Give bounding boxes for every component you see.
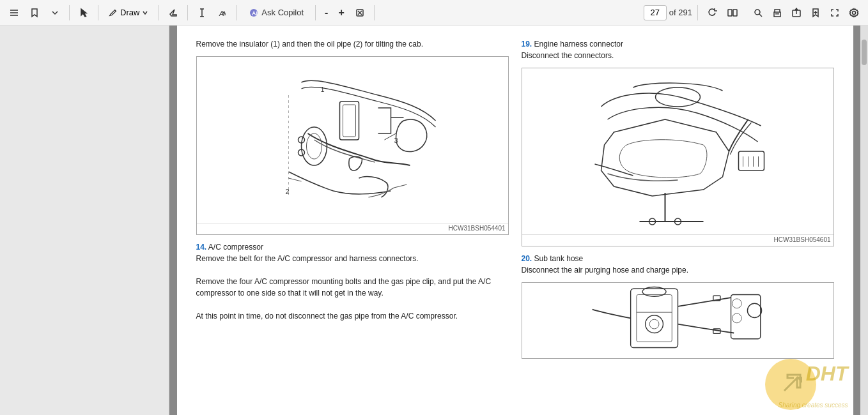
text-highlight-button[interactable]: [193, 3, 211, 22]
rotate-button[interactable]: [703, 3, 721, 22]
instruction-20-number: 20.: [522, 254, 532, 263]
settings-button[interactable]: [845, 3, 863, 22]
share-button[interactable]: [787, 3, 805, 22]
ask-copilot-label: Ask Copilot: [261, 8, 304, 17]
instruction-20-section: 20. Sub tank hose Disconnect the air pur…: [522, 253, 834, 276]
share-icon: [791, 8, 802, 18]
gear-icon: [849, 8, 859, 18]
cursor-icon: [79, 8, 89, 18]
search-button[interactable]: [749, 3, 767, 22]
instruction-19-title: Engine harness connector: [534, 40, 623, 49]
instruction-18-text: Remove the insulator (1) and then the oi…: [196, 38, 509, 50]
separator-6: [315, 5, 316, 20]
image-box-1: 1 3 2 HCW31B: [196, 56, 509, 235]
bookmark-add-icon: [810, 8, 821, 18]
separator-1: [69, 5, 70, 20]
separator-4: [187, 5, 188, 20]
image-sketch-1: 1 3 2: [197, 57, 508, 223]
print-icon: [772, 8, 782, 18]
font-icon: A ǎ: [217, 8, 228, 18]
eraser-icon: [168, 8, 178, 18]
expand-button[interactable]: [826, 3, 844, 22]
search-icon: [753, 8, 763, 18]
multipage-icon: [727, 8, 738, 18]
bookmark-icon: [29, 8, 40, 18]
image-1-caption: HCW31BSH054401: [197, 223, 508, 233]
svg-text:ǎ: ǎ: [222, 10, 226, 17]
watermark-brand: DHT: [806, 362, 848, 386]
zoom-out-button[interactable]: -: [321, 3, 332, 22]
menu-icon: [9, 8, 19, 18]
svg-line-17: [759, 14, 762, 17]
left-sidebar: [0, 26, 169, 415]
instruction-19-text: Disconnect the connectors.: [522, 51, 614, 60]
instruction-14-number: 14.: [196, 243, 207, 252]
instruction-19-section: 19. Engine harness connector Disconnect …: [522, 38, 834, 61]
content-columns: Remove the insulator (1) and then the oi…: [196, 38, 834, 365]
zoom-minus-icon: -: [325, 7, 328, 19]
copilot-icon: AI: [249, 8, 259, 18]
separator-2: [98, 5, 98, 20]
toolbar: Draw A ǎ AI Ask Copilot - +: [0, 0, 868, 26]
page-navigation: 27 of 291: [644, 5, 692, 20]
svg-marker-62: [796, 377, 802, 383]
watermark-arrow-icon: [778, 372, 803, 397]
bookmark-add-button[interactable]: [807, 3, 825, 22]
ask-copilot-button[interactable]: AI Ask Copilot: [242, 3, 310, 22]
instruction-14-section: 14. A/C compressor Remove the belt for t…: [196, 241, 509, 322]
separator-3: [159, 5, 159, 20]
svg-text:1: 1: [320, 86, 324, 93]
text-cursor-icon: [197, 8, 207, 18]
expand-icon: [830, 8, 840, 18]
svg-rect-19: [775, 13, 779, 15]
pen-icon: [109, 8, 118, 17]
svg-text:AI: AI: [252, 10, 258, 17]
fit-page-button[interactable]: [351, 3, 369, 22]
image-2-caption: HCW31BSH054601: [522, 234, 833, 245]
zoom-in-button[interactable]: +: [334, 3, 348, 22]
image-sketch-2: [522, 68, 833, 234]
watermark-tagline: Sharing creates success: [779, 402, 848, 409]
eraser-button[interactable]: [164, 3, 182, 22]
image-sketch-3: [522, 283, 833, 359]
draw-cursor-button[interactable]: [75, 3, 93, 22]
instruction-14-text1: Remove the belt for the A/C compressor a…: [196, 254, 419, 263]
watermark-area: DHT Sharing creates success: [746, 359, 848, 410]
multipage-button[interactable]: [724, 3, 741, 22]
scrollbar-thumb[interactable]: [862, 40, 867, 65]
image-box-2: HCW31BSH054601: [522, 68, 834, 246]
draw-button[interactable]: Draw: [104, 3, 153, 22]
main-layout: Remove the insulator (1) and then the oi…: [0, 26, 868, 415]
instruction-20-text: Disconnect the air purging hose and char…: [522, 266, 689, 275]
menu-button[interactable]: [5, 3, 23, 22]
fit-icon: [355, 8, 365, 18]
instruction-19-number: 19.: [522, 40, 532, 49]
svg-rect-14: [728, 10, 732, 16]
svg-rect-15: [733, 10, 737, 16]
separator-8: [697, 5, 698, 20]
page-number-input[interactable]: 27: [644, 5, 667, 20]
print-button[interactable]: [768, 3, 786, 22]
rotate-icon: [707, 8, 717, 18]
instruction-20-title: Sub tank hose: [534, 254, 584, 263]
font-style-button[interactable]: A ǎ: [213, 3, 231, 22]
scrollbar[interactable]: [860, 26, 868, 415]
right-column: 19. Engine harness connector Disconnect …: [522, 38, 834, 365]
svg-point-24: [853, 11, 856, 14]
pdf-content-area[interactable]: Remove the insulator (1) and then the oi…: [169, 26, 860, 415]
instruction-14-text3: At this point in time, do not disconnect…: [196, 312, 458, 321]
chevron-down-icon: [50, 8, 60, 18]
svg-line-3: [115, 10, 116, 11]
bookmark-down-button[interactable]: [46, 3, 64, 22]
draw-chevron-icon: [142, 10, 148, 16]
right-toolbar: [749, 3, 863, 22]
image-box-3: [522, 282, 834, 359]
separator-7: [374, 5, 375, 20]
zoom-plus-icon: +: [338, 7, 344, 19]
bookmark-button[interactable]: [26, 3, 43, 22]
page-total: of 291: [669, 8, 692, 17]
left-column: Remove the insulator (1) and then the oi…: [196, 38, 509, 365]
separator-5: [236, 5, 237, 20]
svg-point-16: [755, 10, 760, 15]
pdf-page: Remove the insulator (1) and then the oi…: [177, 26, 853, 415]
